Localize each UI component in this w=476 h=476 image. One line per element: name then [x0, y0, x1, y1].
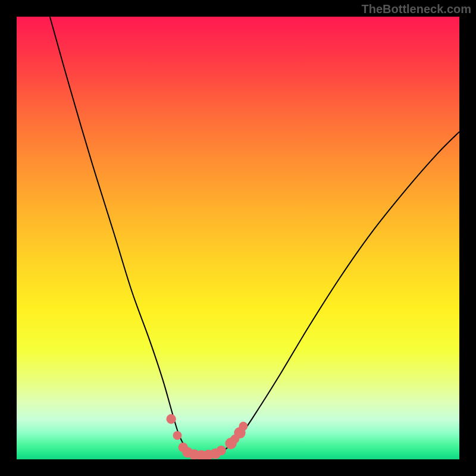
plot-area — [17, 17, 459, 459]
curve-marker — [239, 422, 248, 431]
curve-svg — [17, 17, 459, 459]
curve-marker — [166, 414, 176, 424]
watermark-text: TheBottleneck.com — [362, 2, 471, 16]
curve-markers — [166, 414, 248, 459]
curve-marker — [217, 446, 226, 455]
chart-frame: TheBottleneck.com — [0, 0, 476, 476]
curve-marker — [173, 431, 182, 440]
bottleneck-curve — [50, 17, 459, 455]
